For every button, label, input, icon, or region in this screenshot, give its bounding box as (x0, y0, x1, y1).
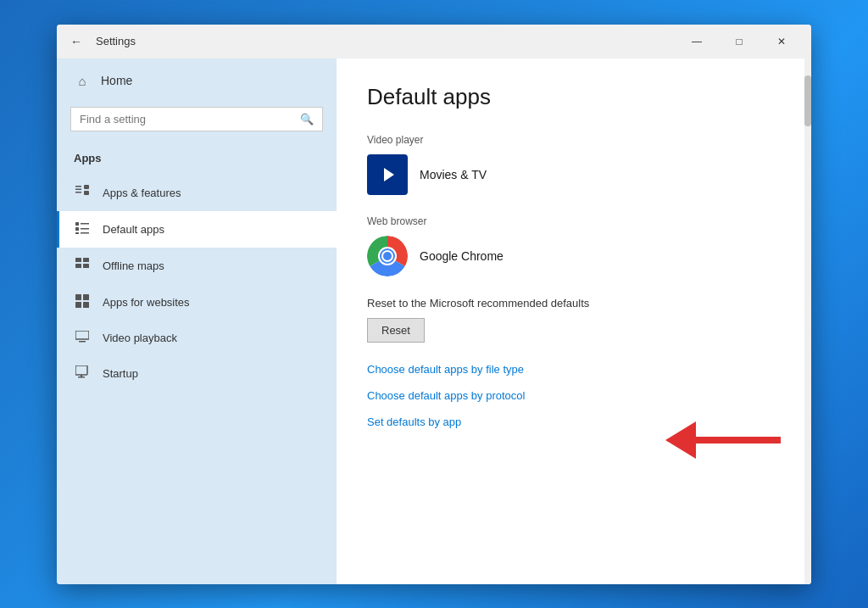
sidebar-item-apps-websites[interactable]: Apps for websites (57, 284, 337, 321)
settings-window: ← Settings — □ ✕ ⌂ Home 🔍 Apps (57, 25, 811, 584)
web-browser-row[interactable]: Google Chrome (367, 236, 781, 276)
svg-rect-3 (84, 185, 89, 189)
sidebar-label-startup: Startup (103, 367, 138, 380)
back-button[interactable]: ← (67, 31, 86, 52)
svg-rect-11 (75, 258, 81, 262)
svg-rect-20 (79, 341, 86, 343)
sidebar-item-apps-features[interactable]: Apps & features (57, 175, 337, 211)
link-by-file-type[interactable]: Choose default apps by file type (367, 363, 781, 376)
content-area: ⌂ Home 🔍 Apps (57, 59, 811, 584)
svg-rect-16 (83, 294, 89, 300)
page-title: Default apps (367, 84, 781, 110)
close-button[interactable]: ✕ (762, 28, 801, 55)
link-by-protocol[interactable]: Choose default apps by protocol (367, 389, 781, 402)
sidebar-label-video-playback: Video playback (103, 332, 177, 344)
sidebar-home-label: Home (101, 74, 132, 87)
svg-rect-7 (75, 227, 79, 231)
sidebar-item-default-apps[interactable]: Default apps (57, 211, 337, 248)
default-apps-icon (74, 221, 91, 237)
reset-button[interactable]: Reset (367, 318, 425, 343)
search-box[interactable]: 🔍 (70, 107, 323, 131)
svg-rect-19 (75, 331, 89, 339)
minimize-button[interactable]: — (677, 28, 716, 55)
svg-rect-4 (84, 191, 89, 195)
sidebar-label-apps-websites: Apps for websites (103, 296, 190, 309)
sidebar: ⌂ Home 🔍 Apps (57, 59, 337, 584)
chrome-icon (367, 236, 408, 276)
apps-features-icon (74, 185, 91, 201)
sidebar-item-home[interactable]: ⌂ Home (57, 59, 337, 103)
svg-rect-2 (75, 192, 81, 193)
video-player-label: Video player (367, 134, 781, 146)
svg-point-30 (383, 252, 392, 260)
maximize-button[interactable]: □ (720, 28, 759, 55)
svg-rect-17 (75, 302, 81, 308)
svg-rect-10 (81, 232, 89, 234)
svg-rect-23 (81, 375, 82, 377)
svg-rect-1 (75, 188, 81, 190)
search-icon: 🔍 (300, 113, 314, 126)
window-title: Settings (96, 35, 677, 47)
svg-rect-21 (75, 365, 87, 375)
reset-section: Reset to the Microsoft recommended defau… (367, 297, 781, 343)
sidebar-item-video-playback[interactable]: Video playback (57, 321, 337, 355)
svg-rect-14 (83, 264, 89, 268)
svg-rect-8 (81, 228, 89, 230)
svg-rect-9 (75, 232, 79, 234)
svg-marker-24 (384, 168, 394, 181)
svg-rect-18 (83, 302, 89, 308)
scrollbar-thumb[interactable] (804, 75, 811, 126)
sidebar-label-default-apps: Default apps (103, 223, 164, 236)
home-icon: ⌂ (74, 74, 91, 88)
window-controls: — □ ✕ (677, 28, 801, 55)
main-content: Default apps Video player Movies & TV We… (337, 59, 811, 584)
link-section: Choose default apps by file type Choose … (367, 363, 781, 428)
arrow-annotation (665, 421, 781, 459)
svg-rect-15 (75, 294, 81, 300)
svg-rect-12 (83, 258, 89, 262)
web-browser-app-name: Google Chrome (420, 249, 504, 263)
svg-rect-5 (75, 222, 79, 226)
arrow-body (696, 437, 781, 443)
video-player-row[interactable]: Movies & TV (367, 154, 781, 195)
movies-tv-icon (367, 154, 408, 195)
sidebar-item-startup[interactable]: Startup (57, 355, 337, 392)
scrollbar-track[interactable] (804, 59, 811, 584)
web-browser-label: Web browser (367, 215, 781, 227)
svg-rect-13 (75, 264, 81, 268)
svg-rect-0 (75, 186, 81, 187)
offline-maps-icon (74, 258, 91, 274)
startup-icon (74, 365, 91, 382)
title-bar: ← Settings — □ ✕ (57, 25, 811, 59)
sidebar-section-title: Apps (57, 145, 337, 175)
arrow-head (665, 421, 696, 459)
svg-rect-6 (81, 223, 89, 225)
search-input[interactable] (80, 113, 300, 126)
sidebar-label-apps-features: Apps & features (103, 187, 181, 199)
sidebar-label-offline-maps: Offline maps (103, 259, 164, 272)
video-player-app-name: Movies & TV (420, 168, 487, 181)
video-playback-icon (74, 331, 91, 345)
svg-rect-22 (78, 377, 85, 378)
sidebar-item-offline-maps[interactable]: Offline maps (57, 248, 337, 284)
reset-label: Reset to the Microsoft recommended defau… (367, 297, 781, 310)
apps-websites-icon (74, 294, 91, 310)
